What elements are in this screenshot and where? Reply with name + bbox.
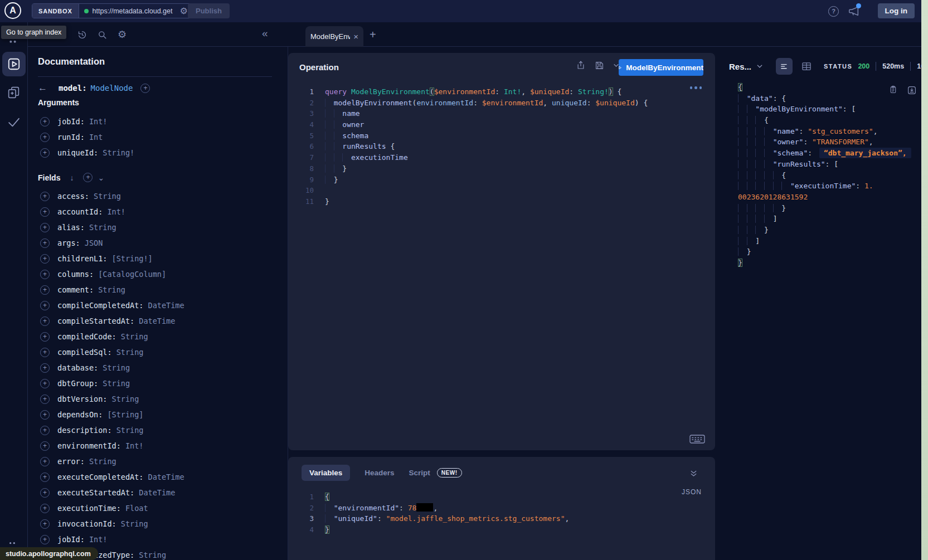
- add-to-query-icon[interactable]: +: [40, 223, 50, 232]
- field-name[interactable]: jobId:: [57, 535, 89, 544]
- field-name[interactable]: compileCompletedAt:: [57, 301, 148, 310]
- field-type[interactable]: [String]: [107, 410, 143, 419]
- field-name[interactable]: accountId:: [57, 207, 107, 216]
- add-to-query-icon[interactable]: +: [40, 519, 50, 529]
- add-all-fields-icon[interactable]: +: [140, 84, 150, 93]
- new-tab-button[interactable]: +: [370, 28, 376, 41]
- field-type[interactable]: String: [116, 348, 144, 357]
- add-to-query-icon[interactable]: +: [40, 457, 50, 466]
- settings-gear-icon[interactable]: ⚙: [116, 28, 128, 41]
- add-to-query-icon[interactable]: +: [40, 348, 50, 357]
- add-to-query-icon[interactable]: +: [40, 301, 50, 310]
- add-to-query-icon[interactable]: +: [40, 379, 50, 388]
- operation-tab[interactable]: ModelByEnvi... ×: [305, 26, 363, 47]
- response-title[interactable]: Res...: [729, 62, 751, 71]
- share-icon[interactable]: [576, 60, 586, 71]
- field-type[interactable]: Float: [125, 504, 148, 513]
- field-name[interactable]: executeStartedAt:: [57, 488, 139, 497]
- field-name[interactable]: dbtVersion:: [57, 395, 112, 403]
- field-type[interactable]: String: [121, 519, 148, 528]
- response-table-view-button[interactable]: [801, 61, 812, 72]
- add-to-query-icon[interactable]: +: [40, 254, 50, 264]
- connection-settings-icon[interactable]: ⚙: [180, 7, 188, 16]
- field-name[interactable]: dependsOn:: [57, 410, 107, 419]
- endpoint-url-text[interactable]: https://metadata.cloud.get: [93, 7, 176, 15]
- announcements-icon[interactable]: [848, 5, 860, 17]
- sort-fields-icon[interactable]: ↓: [70, 173, 74, 182]
- field-name[interactable]: access:: [57, 192, 94, 201]
- field-type[interactable]: String: [98, 285, 125, 294]
- field-name[interactable]: uniqueId:: [57, 148, 103, 157]
- field-name[interactable]: comment:: [57, 285, 98, 294]
- checks-icon[interactable]: [7, 115, 21, 129]
- field-type[interactable]: String: [89, 223, 116, 232]
- field-type[interactable]: DateTime: [139, 316, 175, 325]
- field-type[interactable]: [CatalogColumn]: [98, 270, 166, 279]
- field-name[interactable]: dbtGroup:: [57, 379, 103, 388]
- field-type[interactable]: DateTime: [139, 488, 175, 497]
- field-name[interactable]: alias:: [57, 223, 89, 232]
- add-to-query-icon[interactable]: +: [40, 270, 50, 279]
- field-name[interactable]: jobId:: [57, 117, 89, 126]
- response-body[interactable]: { "data": { "modelByEnvironment": [ { "n…: [738, 82, 911, 269]
- field-name[interactable]: environmentId:: [57, 441, 125, 450]
- field-type[interactable]: String: [139, 551, 166, 559]
- search-icon[interactable]: [96, 28, 108, 41]
- field-type[interactable]: String: [103, 363, 130, 372]
- response-tree-view-button[interactable]: [776, 58, 793, 75]
- field-type[interactable]: DateTime: [148, 473, 184, 481]
- field-name[interactable]: error:: [57, 457, 89, 466]
- tab-variables[interactable]: Variables: [302, 465, 350, 481]
- field-type[interactable]: String!: [103, 148, 134, 157]
- tab-script[interactable]: Script: [409, 469, 430, 477]
- response-dropdown-chevron-icon[interactable]: [756, 63, 763, 70]
- field-name[interactable]: childrenL1:: [57, 254, 112, 263]
- operation-editor[interactable]: 1query ModelByEnvironment($environmentId…: [288, 86, 715, 207]
- add-to-query-icon[interactable]: +: [40, 410, 50, 420]
- add-to-query-icon[interactable]: +: [40, 117, 50, 126]
- add-to-query-icon[interactable]: +: [40, 133, 50, 142]
- add-to-query-icon[interactable]: +: [40, 285, 50, 295]
- add-to-query-icon[interactable]: +: [40, 363, 50, 373]
- save-icon[interactable]: [594, 60, 605, 71]
- apollo-logo[interactable]: A: [4, 2, 21, 19]
- add-to-query-icon[interactable]: +: [40, 473, 50, 482]
- field-type[interactable]: String: [112, 395, 139, 403]
- publish-button[interactable]: Publish: [188, 3, 230, 18]
- help-icon[interactable]: ?: [828, 6, 839, 17]
- field-name[interactable]: runId:: [57, 133, 89, 142]
- field-type[interactable]: Int!: [125, 441, 144, 450]
- collapse-variables-icon[interactable]: [689, 469, 698, 479]
- schema-diff-icon[interactable]: [7, 85, 21, 100]
- field-name[interactable]: compileStartedAt:: [57, 316, 139, 325]
- back-arrow-icon[interactable]: ←: [38, 82, 59, 94]
- field-type[interactable]: Int!: [107, 207, 125, 216]
- add-to-query-icon[interactable]: +: [40, 488, 50, 498]
- add-to-query-icon[interactable]: +: [40, 332, 50, 342]
- tab-headers[interactable]: Headers: [365, 469, 394, 477]
- collapse-panel-icon[interactable]: «: [262, 27, 268, 40]
- field-type[interactable]: String: [94, 192, 121, 201]
- add-fields-icon[interactable]: +: [83, 173, 93, 182]
- close-tab-icon[interactable]: ×: [353, 32, 358, 41]
- field-type[interactable]: String: [116, 426, 144, 435]
- add-to-query-icon[interactable]: +: [40, 192, 50, 201]
- login-button[interactable]: Log in: [878, 3, 915, 18]
- field-name[interactable]: invocationId:: [57, 519, 121, 528]
- add-to-query-icon[interactable]: +: [40, 148, 50, 158]
- add-to-query-icon[interactable]: +: [40, 535, 50, 544]
- field-name[interactable]: columns:: [57, 270, 98, 279]
- field-name[interactable]: description:: [57, 426, 116, 435]
- field-type[interactable]: String: [89, 457, 116, 466]
- add-to-query-icon[interactable]: +: [40, 504, 50, 513]
- field-name[interactable]: args:: [57, 238, 85, 247]
- field-type[interactable]: [String!]: [112, 254, 153, 263]
- field-name[interactable]: database:: [57, 363, 103, 372]
- run-operation-button[interactable]: ModelByEnvironment: [619, 59, 703, 76]
- field-type[interactable]: JSON: [85, 238, 103, 247]
- add-to-query-icon[interactable]: +: [40, 395, 50, 404]
- endpoint-url-input[interactable]: https://metadata.cloud.get ⚙: [79, 4, 196, 18]
- add-to-query-icon[interactable]: +: [40, 316, 50, 326]
- field-type[interactable]: Int: [89, 133, 103, 142]
- field-name[interactable]: compiledCode:: [57, 332, 121, 341]
